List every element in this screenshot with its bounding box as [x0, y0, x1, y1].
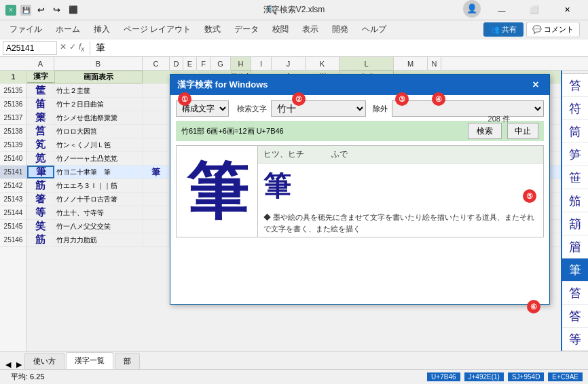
search-button[interactable]: 検索: [468, 123, 502, 139]
comment-button[interactable]: 💬 コメント: [526, 22, 580, 37]
cell-kanji-25135: 筐: [27, 84, 54, 97]
status-shift-jis[interactable]: SJ+954D: [508, 372, 544, 381]
menu-home[interactable]: ホーム: [49, 21, 87, 38]
sheet-tab-usage[interactable]: 使い方: [24, 353, 65, 369]
cell-display-25135: 竹土２圭筐: [54, 84, 143, 97]
menu-review[interactable]: 校閲: [265, 21, 295, 38]
menu-bar: ファイル ホーム 挿入 ページ レイアウト 数式 データ 校閲 表示 開発 ヘル…: [0, 20, 588, 39]
menu-view[interactable]: 表示: [295, 21, 325, 38]
stop-button[interactable]: 中止: [507, 123, 538, 139]
title-bar: X 💾 ↩ ↪ ⬛ 漢字検索V2.xlsm 🔍 👤 — ⬜ ✕: [0, 0, 588, 20]
redo-icon[interactable]: ↪: [51, 5, 62, 15]
insert-function-icon[interactable]: fx: [79, 42, 84, 53]
menu-dev[interactable]: 開発: [325, 21, 355, 38]
row-num-25135: 25135: [0, 84, 26, 98]
cell-name-box[interactable]: A25141: [3, 41, 57, 55]
cell-display-25142: 竹エエろ３Ｉ｜｜筋: [54, 179, 143, 192]
dialog-main-content: 筆 ヒツ、ヒチ ふで 筆: [176, 145, 544, 237]
minimize-button[interactable]: —: [486, 0, 517, 20]
info-text: 竹61部 6画+6画=12画 U+7B46: [181, 126, 284, 136]
save-icon[interactable]: 💾: [20, 5, 31, 16]
status-jis1[interactable]: J+492E(1): [464, 372, 504, 381]
expand-icon[interactable]: ⬛: [67, 5, 80, 14]
col-header-g: G: [210, 57, 231, 70]
cell-c-25136: [143, 98, 170, 111]
kanji-list-item-2[interactable]: 符: [562, 97, 588, 120]
cell-kanji-25140: 笕: [27, 152, 54, 165]
cell-kanji-25141[interactable]: 筆: [27, 166, 54, 178]
dialog-details: ヒツ、ヒチ ふで 筆 ◆ 墨や絵の具を穂先に含ませて文字を書いたり絵を描いたりす…: [258, 146, 543, 237]
kanji-list-item-1[interactable]: 笞: [562, 74, 588, 97]
status-euc[interactable]: E+C9AE: [548, 372, 583, 381]
kanji-results-list: 笞 符 筒 笋 笹 笳 箶 篃 筆 笞 答 等: [561, 71, 588, 351]
column-headers: A B C D E F G H I J K L M N: [0, 57, 588, 71]
share-button[interactable]: 👥 共有: [483, 22, 523, 37]
kanji-list-item-7[interactable]: 箶: [562, 212, 588, 235]
sheet-tab-parts[interactable]: 部: [115, 353, 140, 369]
status-average: 平均: 6.25: [11, 372, 45, 382]
cell-display-25145: 竹一八メ父父交笑: [54, 220, 143, 233]
big-kanji-display: 筆: [187, 161, 248, 222]
kanji-list-item-5[interactable]: 笹: [562, 166, 588, 189]
exclude-select[interactable]: [392, 100, 544, 117]
menu-formulas[interactable]: 数式: [198, 21, 227, 38]
col-header-i: I: [251, 57, 272, 70]
formula-divider: [90, 41, 90, 55]
app-icon: X: [5, 5, 16, 16]
result-count: 208 件: [488, 114, 510, 124]
restore-button[interactable]: ⬜: [519, 0, 550, 20]
col-header-h: H: [231, 57, 251, 70]
row-num-header: 1: [0, 71, 26, 84]
status-bar: 平均: 6.25 U+7B46 J+492E(1) SJ+954D E+C9AE: [0, 369, 588, 384]
menu-data[interactable]: データ: [227, 21, 265, 38]
status-unicode[interactable]: U+7B46: [427, 372, 460, 381]
kanji-list-item-11[interactable]: 答: [562, 305, 588, 328]
tab-nav-right[interactable]: ▶: [14, 360, 24, 369]
row-num-25144: 25144: [0, 206, 26, 220]
cell-display-25139: 竹ン＜くノ川Ｌ笆: [54, 138, 143, 151]
menu-help[interactable]: ヘルプ: [355, 21, 393, 38]
search-field-label: 検索文字: [237, 104, 267, 114]
tab-nav-left[interactable]: ◀: [3, 360, 14, 369]
kanji-list-item-8[interactable]: 篃: [562, 235, 588, 258]
col-header-n: N: [428, 57, 441, 70]
kanji-list-item-6[interactable]: 笳: [562, 189, 588, 212]
reading-row: ヒツ、ヒチ ふで: [258, 146, 543, 164]
row-num-25139: 25139: [0, 138, 26, 152]
kanji-list-item-3[interactable]: 筒: [562, 120, 588, 143]
cell-kanji-25144: 等: [27, 206, 54, 219]
sheet-tabs: ◀ ▶ 使い方 漢字一覧 部: [0, 351, 588, 369]
search-field-select[interactable]: 竹十: [271, 100, 366, 117]
row-num-25138: 25138: [0, 125, 26, 138]
kanji-list-item-10[interactable]: 笞: [562, 282, 588, 305]
sheet-tab-kanji-list[interactable]: 漢字一覧: [66, 352, 113, 369]
dialog-body: 構成文字 検索文字 竹十 除外 竹61部 6画+6画=12画 U+7B46: [170, 95, 549, 243]
col-header-l: L: [339, 57, 394, 70]
comment-icon: 💬: [532, 25, 542, 33]
header-c: [143, 71, 170, 83]
menu-page-layout[interactable]: ページ レイアウト: [117, 21, 198, 38]
reading-kana: ヒツ、ヒチ: [263, 149, 331, 160]
col-header-m: M: [394, 57, 428, 70]
formula-icons: ✕ ✓ fx: [60, 42, 84, 53]
close-button[interactable]: ✕: [551, 0, 583, 20]
row-num-25143: 25143: [0, 193, 26, 206]
header-display: 画面表示: [54, 71, 143, 83]
kanji-list-item-4[interactable]: 笋: [562, 143, 588, 166]
menu-file[interactable]: ファイル: [3, 21, 49, 38]
cell-display-25144: 竹土十、寸寺等: [54, 206, 143, 219]
kanji-list-item-12[interactable]: 等: [562, 328, 588, 351]
window-controls[interactable]: 👤 — ⬜ ✕: [463, 0, 583, 20]
formula-input[interactable]: [96, 41, 585, 55]
menu-insert[interactable]: 挿入: [87, 21, 117, 38]
reading-value: ふで: [331, 149, 348, 160]
undo-icon[interactable]: ↩: [35, 5, 47, 15]
confirm-formula-icon[interactable]: ✓: [69, 42, 76, 53]
user-icon[interactable]: 👤: [463, 0, 481, 18]
kanji-list-item-9[interactable]: 筆: [562, 258, 588, 282]
window-title: 漢字検索V2.xlsm: [263, 4, 325, 16]
cancel-formula-icon[interactable]: ✕: [60, 42, 67, 53]
dialog-close-button[interactable]: ×: [529, 78, 543, 92]
dialog-title-text: 漢字検索 for Windows: [177, 79, 268, 91]
title-bar-left: X 💾 ↩ ↪ ⬛: [5, 5, 80, 16]
